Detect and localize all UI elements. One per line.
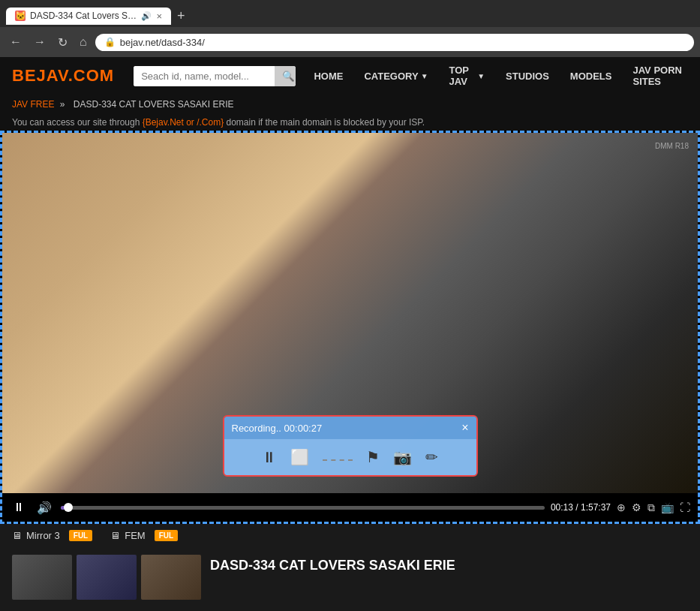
breadcrumb-current: DASD-334 CAT LOVERS SASAKI ERIE bbox=[74, 99, 234, 110]
recording-edit-button[interactable]: ✏ bbox=[425, 448, 438, 466]
notice-bar: You can access our site through {Bejav.N… bbox=[0, 114, 700, 131]
video-watermark: DMM R18 bbox=[655, 142, 689, 150]
lock-icon: 🔒 bbox=[104, 37, 116, 47]
nav-studios[interactable]: STUDIOS bbox=[495, 57, 560, 95]
tab-close-button[interactable]: × bbox=[156, 11, 162, 22]
back-button[interactable]: ← bbox=[6, 34, 26, 50]
content-title-section: DASD-334 CAT LOVERS SASAKI ERIE bbox=[0, 547, 700, 607]
video-controls: ⏸ 🔊 00:13 / 1:57:37 ⊕ ⚙ ⧉ 📺 ⛶ bbox=[2, 493, 698, 522]
breadcrumb-separator: » bbox=[60, 99, 65, 110]
nav-category[interactable]: CATEGORY ▼ bbox=[353, 57, 438, 95]
mirror-fem-label[interactable]: 🖥 FEM bbox=[110, 530, 145, 541]
volume-button[interactable]: 🔊 bbox=[34, 499, 55, 516]
nav-jav-porn-sites[interactable]: JAV PORN SITES bbox=[622, 57, 700, 95]
mirror-3-badge: FUL bbox=[69, 530, 92, 541]
mirror-fem-badge: FUL bbox=[155, 530, 178, 541]
recording-camera-button[interactable]: 📷 bbox=[393, 448, 412, 466]
mirror-fem-icon: 🖥 bbox=[110, 530, 120, 541]
tab-favicon: 🐱 bbox=[15, 11, 26, 21]
play-pause-button[interactable]: ⏸ bbox=[10, 499, 28, 516]
cast-icon[interactable]: 📺 bbox=[661, 501, 674, 513]
breadcrumb-parent[interactable]: JAV FREE bbox=[12, 99, 54, 110]
search-input[interactable] bbox=[134, 66, 275, 86]
recording-close-button[interactable]: × bbox=[461, 421, 468, 435]
new-tab-button[interactable]: + bbox=[177, 8, 185, 24]
mirror-3-label[interactable]: 🖥 Mirror 3 bbox=[12, 530, 60, 541]
notice-text-before: You can access our site through bbox=[12, 117, 143, 128]
topjav-dropdown-icon: ▼ bbox=[477, 72, 485, 80]
mirror-3-icon: 🖥 bbox=[12, 530, 22, 541]
site-logo[interactable]: BEJAV.COM bbox=[0, 66, 126, 86]
video-container: DMM R18 Recording.. 00:00:27 × ⏸ ⬜ ⚑ 📷 ✏… bbox=[0, 131, 700, 524]
recording-header: Recording.. 00:00:27 × bbox=[224, 417, 476, 439]
home-button[interactable]: ⌂ bbox=[76, 34, 91, 50]
content-main-title: DASD-334 CAT LOVERS SASAKI ERIE bbox=[210, 558, 688, 573]
time-separator: / bbox=[575, 502, 581, 513]
zoom-icon[interactable]: ⊕ bbox=[617, 501, 626, 513]
recording-stop-button[interactable]: ⬜ bbox=[290, 448, 309, 466]
nav-top-jav[interactable]: TOP JAV ▼ bbox=[439, 57, 496, 95]
mirror-fem-text: FEM bbox=[125, 530, 145, 541]
progress-bar[interactable] bbox=[61, 506, 545, 510]
tab-title: DASD-334 Cat Lovers Sasaki bbox=[30, 11, 137, 21]
site-header: BEJAV.COM 🔍 HOME CATEGORY ▼ TOP JAV ▼ ST… bbox=[0, 57, 700, 95]
address-bar[interactable]: 🔒 bejav.net/dasd-334/ bbox=[95, 34, 694, 51]
search-button[interactable]: 🔍 bbox=[275, 66, 296, 86]
recording-controls: ⏸ ⬜ ⚑ 📷 ✏ bbox=[224, 439, 476, 475]
category-dropdown-icon: ▼ bbox=[421, 72, 428, 80]
tab-audio-icon: 🔊 bbox=[141, 11, 152, 21]
pip-icon[interactable]: ⧉ bbox=[647, 501, 655, 514]
mirror-row: 🖥 Mirror 3 FUL 🖥 FEM FUL bbox=[0, 524, 700, 547]
current-time: 00:13 bbox=[551, 502, 573, 513]
url-text: bejav.net/dasd-334/ bbox=[120, 37, 685, 48]
recording-title: Recording.. 00:00:27 bbox=[232, 423, 323, 434]
time-display: 00:13 / 1:57:37 bbox=[551, 502, 611, 513]
total-time: 1:57:37 bbox=[581, 502, 611, 513]
recording-pause-button[interactable]: ⏸ bbox=[262, 449, 277, 466]
thumbnail-area bbox=[12, 555, 201, 600]
thumbnail-2[interactable] bbox=[77, 555, 137, 600]
forward-button[interactable]: → bbox=[30, 34, 50, 50]
progress-handle[interactable] bbox=[64, 503, 73, 512]
browser-tab[interactable]: 🐱 DASD-334 Cat Lovers Sasaki 🔊 × bbox=[6, 8, 171, 25]
browser-toolbar: ← → ↻ ⌂ 🔒 bejav.net/dasd-334/ bbox=[0, 27, 700, 57]
recording-flag-button[interactable]: ⚑ bbox=[366, 448, 380, 466]
recording-overlay: Recording.. 00:00:27 × ⏸ ⬜ ⚑ 📷 ✏ bbox=[223, 415, 478, 477]
main-nav: HOME CATEGORY ▼ TOP JAV ▼ STUDIOS MODELS… bbox=[303, 57, 700, 95]
reload-button[interactable]: ↻ bbox=[54, 34, 71, 51]
notice-text-after: domain if the main domain is blocked by … bbox=[224, 117, 425, 128]
settings-icon[interactable]: ⚙ bbox=[632, 501, 641, 513]
breadcrumb: JAV FREE » DASD-334 CAT LOVERS SASAKI ER… bbox=[0, 95, 700, 114]
thumbnail-3[interactable] bbox=[141, 555, 201, 600]
notice-highlight: {Bejav.Net or /.Com} bbox=[143, 117, 224, 128]
mirror-3-text: Mirror 3 bbox=[26, 530, 60, 541]
thumbnail-1[interactable] bbox=[12, 555, 72, 600]
search-bar: 🔍 bbox=[134, 66, 296, 86]
recording-divider bbox=[323, 453, 353, 461]
nav-models[interactable]: MODELS bbox=[560, 57, 623, 95]
nav-home[interactable]: HOME bbox=[303, 57, 353, 95]
fullscreen-icon[interactable]: ⛶ bbox=[680, 501, 690, 513]
